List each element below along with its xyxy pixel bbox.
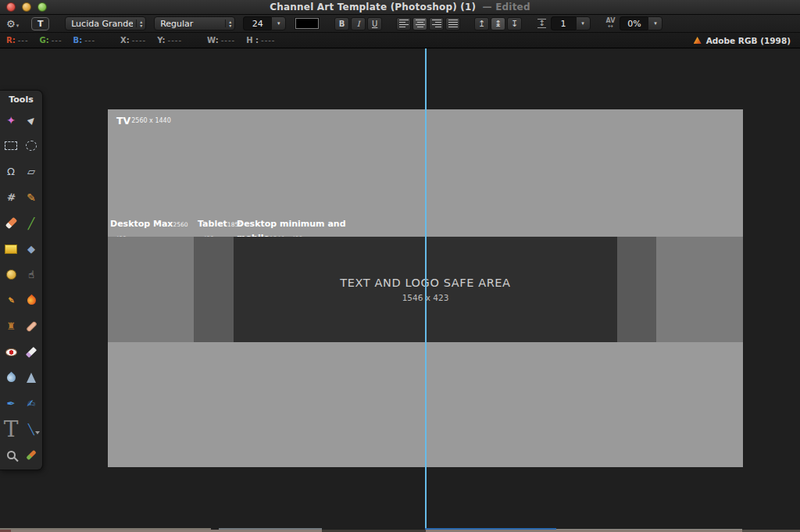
smudge-finger-icon: ☝ bbox=[28, 270, 34, 280]
tool-eyedropper[interactable] bbox=[21, 442, 41, 468]
tool-red-eye[interactable] bbox=[1, 339, 21, 365]
height-readout: H :---- bbox=[246, 36, 275, 45]
tool-type[interactable]: T bbox=[1, 416, 21, 442]
color-profile-label: Adobe RGB (1998) bbox=[706, 36, 791, 45]
tool-pencil[interactable]: ✎ bbox=[21, 184, 41, 210]
magnifier-icon bbox=[7, 451, 16, 459]
tool-crop[interactable]: # bbox=[1, 184, 21, 210]
tool-sponge[interactable]: ✒ bbox=[1, 287, 21, 313]
window-controls bbox=[6, 2, 47, 12]
close-window-button[interactable] bbox=[6, 2, 16, 12]
valign-middle-button[interactable]: ↨ bbox=[491, 17, 505, 30]
font-size-combo: 24 ▾ bbox=[243, 16, 286, 30]
font-family-select[interactable]: Lucida Grande ▴▾ bbox=[65, 16, 146, 30]
tracking-field[interactable]: 0% bbox=[620, 16, 648, 30]
align-left-button[interactable] bbox=[396, 17, 411, 30]
text-color-swatch[interactable] bbox=[295, 18, 319, 29]
tool-move[interactable]: ▶ bbox=[21, 107, 41, 133]
tracking-icon: AV ↔ bbox=[606, 18, 616, 29]
align-justify-button[interactable] bbox=[445, 17, 460, 30]
tool-healing[interactable] bbox=[21, 313, 41, 339]
font-style-value: Regular bbox=[160, 19, 222, 29]
tool-blur[interactable] bbox=[1, 365, 21, 391]
chevron-down-icon: ▾ bbox=[277, 20, 280, 27]
stepper-icon: ▴▾ bbox=[225, 20, 231, 27]
align-right-button[interactable] bbox=[429, 17, 444, 30]
tool-dodge[interactable] bbox=[1, 262, 21, 287]
edited-indicator: — Edited bbox=[483, 2, 530, 12]
tool-clone-stamp[interactable]: ♜ bbox=[1, 313, 21, 339]
valign-bottom-button[interactable]: ↧ bbox=[507, 17, 522, 30]
tool-smudge[interactable]: ☝ bbox=[21, 262, 41, 287]
type-tool-icon: T bbox=[4, 419, 19, 441]
document-title: Channel Art Template (Photoshop) (1) bbox=[270, 2, 476, 12]
valign-top-button[interactable]: ↥ bbox=[474, 17, 489, 30]
blue-readout: B:--- bbox=[73, 36, 95, 45]
text-tool-indicator[interactable]: T bbox=[31, 17, 49, 30]
clone-stamp-icon: ♜ bbox=[6, 321, 16, 331]
color-profile-indicator[interactable]: Adobe RGB (1998) bbox=[694, 33, 791, 48]
green-readout: G:--- bbox=[40, 36, 62, 45]
vertical-guide[interactable] bbox=[425, 48, 427, 529]
tool-zoom[interactable] bbox=[1, 442, 21, 468]
tool-polygonal-lasso[interactable]: ▱ bbox=[21, 159, 41, 184]
pencil-icon: ✎ bbox=[27, 192, 36, 203]
font-style-select[interactable]: Regular ▴▾ bbox=[154, 16, 235, 30]
crop-icon: # bbox=[6, 191, 16, 202]
tools-grid: ✦ ▶ Ω ▱ # ✎ ╱ ◆ ☝ ✒ ♜ ✒ ✍ T ╲ bbox=[0, 107, 42, 468]
line-height-dropdown-button[interactable]: ▾ bbox=[576, 16, 591, 30]
tool-soften[interactable] bbox=[21, 339, 41, 365]
line-height-field[interactable]: 1 bbox=[551, 16, 576, 30]
tool-elliptical-marquee[interactable] bbox=[21, 133, 41, 159]
tool-brush[interactable]: ╱ bbox=[21, 210, 41, 236]
healing-bandage-icon bbox=[26, 320, 38, 332]
chevron-down-icon: ▾ bbox=[581, 20, 584, 27]
tablet-band-left bbox=[194, 237, 234, 342]
lasso-icon: Ω bbox=[7, 166, 15, 177]
tool-shape-line[interactable]: ╲ bbox=[21, 416, 41, 442]
stepper-icon: ▴▾ bbox=[136, 20, 142, 27]
tracking-dropdown-button[interactable]: ▾ bbox=[648, 16, 662, 30]
tablet-band-right bbox=[617, 237, 656, 342]
burn-flame-icon bbox=[25, 295, 38, 307]
eyedropper-icon bbox=[26, 450, 36, 460]
bold-label: B bbox=[339, 20, 345, 28]
tool-burn[interactable] bbox=[21, 287, 41, 313]
tool-lasso[interactable]: Ω bbox=[1, 159, 21, 184]
tool-eraser[interactable] bbox=[1, 210, 21, 236]
line-height-combo: 1 ▾ bbox=[551, 16, 591, 30]
font-size-field[interactable]: 24 bbox=[243, 16, 271, 30]
italic-button[interactable]: I bbox=[351, 17, 366, 30]
line-height-icon: ↕ bbox=[538, 19, 545, 28]
elliptical-marquee-icon bbox=[26, 141, 37, 151]
align-center-button[interactable] bbox=[412, 17, 427, 30]
underline-button[interactable]: U bbox=[367, 17, 382, 30]
title-bar: Channel Art Template (Photoshop) (1) — E… bbox=[0, 0, 800, 15]
line-height-control: ↕ 1 ▾ bbox=[538, 16, 590, 30]
tools-palette-title: Tools bbox=[0, 91, 42, 107]
tool-options-bar: ⚙ ▾ T Lucida Grande ▴▾ Regular ▴▾ 24 ▾ bbox=[0, 15, 800, 33]
minimize-window-button[interactable] bbox=[22, 2, 31, 12]
bold-button[interactable]: B bbox=[334, 17, 349, 30]
eraser-icon bbox=[5, 217, 17, 230]
valign-top-icon: ↥ bbox=[478, 20, 485, 28]
sponge-icon: ✒ bbox=[5, 294, 18, 307]
gear-menu-button[interactable]: ⚙ ▾ bbox=[6, 19, 19, 29]
tool-sharpen[interactable] bbox=[21, 365, 41, 391]
soften-icon bbox=[26, 346, 37, 357]
tool-magic-wand[interactable]: ✦ bbox=[1, 107, 21, 133]
valign-middle-icon: ↨ bbox=[495, 20, 502, 28]
paint-bucket-icon: ◆ bbox=[27, 244, 35, 254]
app-window: Channel Art Template (Photoshop) (1) — E… bbox=[0, 0, 800, 532]
tool-rectangular-marquee[interactable] bbox=[1, 133, 21, 159]
tool-paint-bucket[interactable]: ◆ bbox=[21, 236, 41, 262]
tool-freeform-pen[interactable]: ✍ bbox=[21, 391, 41, 416]
zoom-window-button[interactable] bbox=[38, 2, 47, 12]
font-size-dropdown-button[interactable]: ▾ bbox=[271, 16, 286, 30]
tracking-value: 0% bbox=[627, 19, 641, 29]
desktop-max-band-right bbox=[656, 237, 743, 342]
tool-gradient[interactable] bbox=[1, 236, 21, 262]
tool-pen[interactable]: ✒ bbox=[1, 391, 21, 416]
red-readout: R:--- bbox=[6, 36, 29, 45]
italic-label: I bbox=[357, 20, 360, 28]
